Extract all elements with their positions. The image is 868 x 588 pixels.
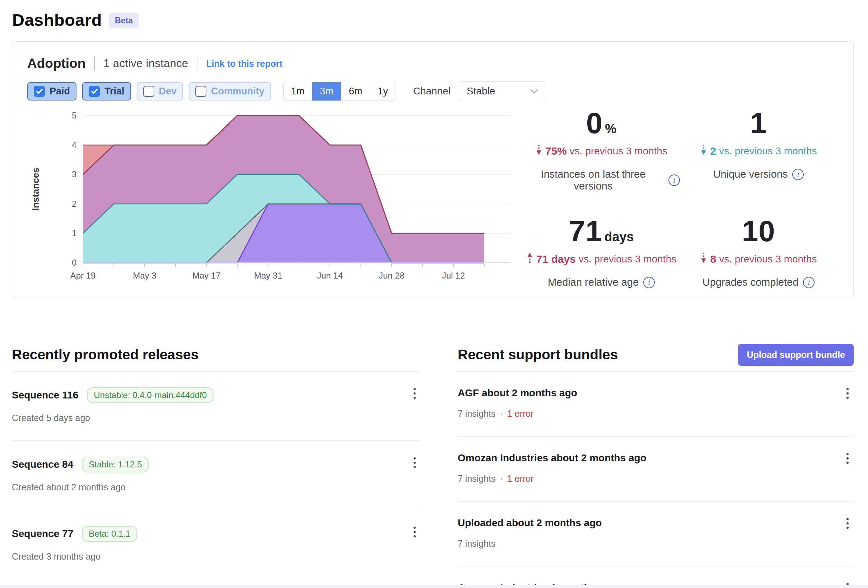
svg-text:2: 2 (72, 199, 77, 208)
svg-text:Jun 14: Jun 14 (317, 271, 343, 280)
trend-arrow-icon (700, 143, 707, 158)
instances-area-chart[interactable]: Apr 19May 3May 17May 31Jun 14Jun 28Jul 1… (27, 105, 519, 288)
release-sequence-title: Sequence 84 (12, 459, 73, 470)
info-icon[interactable]: i (643, 277, 655, 288)
release-list-item[interactable]: Sequence 77 Beta: 0.1.1 Created 3 months… (12, 510, 421, 579)
kebab-menu-icon[interactable] (844, 516, 851, 531)
kebab-menu-icon[interactable] (411, 386, 418, 401)
page-footer-strip (0, 585, 868, 588)
release-created-date: Created about 2 months ago (12, 482, 421, 492)
support-bundles-section: Recent support bundles Upload support bu… (458, 338, 854, 588)
trend-arrow-icon (700, 252, 707, 266)
divider (94, 56, 95, 71)
filter-label: Community (211, 86, 264, 97)
stat-delta-value: 2 (710, 145, 716, 157)
adoption-stats-grid: 0% 75% vs. previous 3 months Instances o… (519, 105, 837, 288)
checkbox-icon (89, 86, 100, 97)
release-version-badge: Stable: 1.12.5 (82, 457, 149, 473)
svg-text:Apr 19: Apr 19 (70, 271, 96, 280)
upload-support-bundle-button[interactable]: Upload support bundle (738, 344, 854, 366)
filter-label: Trial (105, 86, 125, 97)
kebab-menu-icon[interactable] (844, 386, 851, 401)
release-version-badge: Beta: 0.1.1 (82, 526, 137, 542)
support-bundle-list-item[interactable]: Omozan Industries about 2 months ago 7 i… (458, 436, 854, 501)
beta-badge: Beta (109, 13, 139, 28)
checkbox-icon (143, 86, 154, 97)
range-button-1y[interactable]: 1y (370, 82, 396, 100)
svg-text:5: 5 (72, 111, 77, 120)
license-filter-paid[interactable]: Paid (27, 82, 77, 100)
release-version-badge: Unstable: 0.4.0-main.444ddf0 (87, 387, 214, 403)
adoption-card: Adoption 1 active instance Link to this … (12, 41, 854, 298)
license-filter-dev[interactable]: Dev (137, 82, 183, 100)
bundle-error-count: 1 error (507, 409, 534, 419)
stat-card: 71days 71 days vs. previous 3 months Med… (523, 214, 680, 288)
kebab-menu-icon[interactable] (411, 455, 418, 470)
kebab-menu-icon[interactable] (411, 524, 418, 539)
release-created-date: Created 3 months ago (12, 551, 421, 562)
release-sequence-title: Sequence 77 (12, 528, 73, 539)
range-button-6m[interactable]: 6m (341, 82, 371, 100)
range-button-3m[interactable]: 3m (312, 82, 341, 100)
stat-delta-note: vs. previous 3 months (570, 145, 667, 157)
support-bundle-list-item[interactable]: Omozan Industries 3 months ago 7 insight… (458, 566, 854, 588)
support-bundle-list: AGF about 2 months ago 7 insights · 1 er… (458, 371, 854, 588)
stat-delta-value: 71 days (536, 253, 576, 265)
dot-separator: · (500, 409, 503, 419)
page-header: Dashboard Beta (0, 0, 868, 30)
license-filter-group: Paid Trial Dev Community (27, 82, 271, 100)
channel-select[interactable]: Stable (460, 81, 545, 101)
bundle-insights-count: 7 insights (458, 409, 496, 419)
license-filter-trial[interactable]: Trial (82, 82, 131, 100)
stat-card: 0% 75% vs. previous 3 months Instances o… (523, 106, 680, 192)
release-list-item[interactable]: Sequence 84 Stable: 1.12.5 Created about… (12, 440, 421, 510)
support-bundle-title: AGF about 2 months ago (458, 387, 577, 399)
filter-label: Paid (50, 86, 70, 97)
support-bundle-list-item[interactable]: Uploaded about 2 months ago 7 insights (458, 501, 854, 566)
stat-card: 1 2 vs. previous 3 months Unique version… (680, 106, 837, 192)
svg-text:May 31: May 31 (254, 271, 282, 280)
release-list: Sequence 116 Unstable: 0.4.0-main.444ddf… (12, 371, 421, 579)
bundle-error-count: 1 error (507, 473, 534, 484)
channel-select-value: Stable (466, 86, 495, 97)
stat-value: 71 (568, 215, 602, 247)
adoption-title: Adoption (27, 56, 86, 71)
stat-value: 0 (586, 106, 603, 139)
filter-row: Paid Trial Dev Community 1m3m6m1y Channe… (27, 81, 837, 101)
stat-label: Upgrades completed (703, 276, 799, 288)
page-title: Dashboard (12, 10, 102, 30)
bundle-insights-count: 7 insights (458, 538, 496, 549)
kebab-menu-icon[interactable] (844, 451, 851, 466)
stat-value: 10 (742, 215, 775, 247)
svg-text:Jun 28: Jun 28 (379, 271, 404, 280)
bundle-insights-count: 7 insights (458, 473, 496, 484)
svg-text:May 17: May 17 (192, 271, 221, 280)
range-button-1m[interactable]: 1m (283, 82, 313, 100)
info-icon[interactable]: i (792, 169, 804, 180)
stat-label: Instances on last three versions (523, 168, 664, 192)
info-icon[interactable]: i (669, 174, 680, 186)
stat-delta-value: 75% (545, 145, 567, 157)
dot-separator: · (500, 473, 503, 484)
support-bundle-list-item[interactable]: AGF about 2 months ago 7 insights · 1 er… (458, 371, 854, 436)
stat-delta-note: vs. previous 3 months (579, 253, 676, 265)
link-to-report[interactable]: Link to this report (206, 59, 282, 69)
stat-value-suffix: % (605, 121, 616, 136)
check-icon (36, 88, 43, 94)
trend-arrow-icon (526, 252, 533, 266)
support-bundle-title: Uploaded about 2 months ago (458, 517, 602, 529)
stat-value: 1 (750, 106, 767, 139)
release-list-item[interactable]: Sequence 116 Unstable: 0.4.0-main.444ddf… (12, 371, 421, 440)
channel-label: Channel (413, 86, 450, 97)
license-filter-community[interactable]: Community (189, 82, 271, 100)
time-range-group: 1m3m6m1y (283, 82, 396, 101)
stat-delta-value: 8 (710, 253, 716, 265)
info-icon[interactable]: i (803, 277, 815, 288)
lower-sections: Recently promoted releases Sequence 116 … (12, 338, 854, 588)
stat-delta: 8 vs. previous 3 months (680, 252, 837, 266)
check-icon (91, 88, 98, 94)
svg-text:Instances: Instances (30, 168, 41, 211)
checkbox-icon (195, 86, 207, 97)
svg-text:3: 3 (72, 170, 77, 179)
adoption-content: Apr 19May 3May 17May 31Jun 14Jun 28Jul 1… (27, 105, 837, 288)
